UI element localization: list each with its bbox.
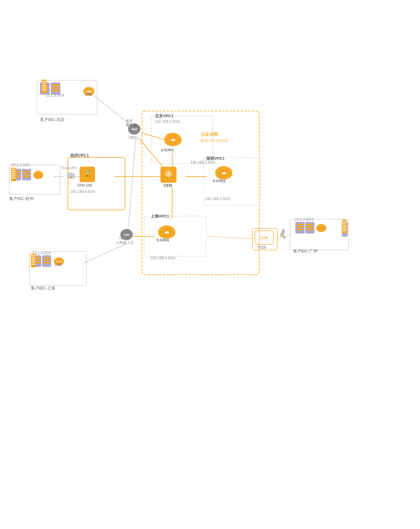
idc-beijing-cidr: 10.1.3.0/24 xyxy=(46,93,64,98)
server-guangzhou-1 xyxy=(296,222,304,233)
line-vbr1-cen xyxy=(139,138,167,171)
idc-guangzhou-label: 客户IDC-广州 xyxy=(293,249,318,253)
server-beijing-2 xyxy=(51,83,60,94)
vpn-gw-label: VPN GW xyxy=(77,183,92,188)
svg-rect-5 xyxy=(52,84,59,86)
svg-rect-7 xyxy=(52,90,59,92)
line-idc-shanghai-vbr2 xyxy=(84,244,126,263)
beijing-vpc-sublabel: 专有网络 xyxy=(160,148,174,152)
shanghai-vpc-icon: ☁ xyxy=(158,225,175,239)
svg-point-48 xyxy=(284,236,285,238)
svg-rect-68 xyxy=(43,257,50,259)
svg-rect-70 xyxy=(43,262,50,264)
rack-icon-top xyxy=(42,80,47,93)
beijing-access-label2: 接入点 xyxy=(126,123,136,127)
svg-text:⊕: ⊕ xyxy=(165,169,172,178)
svg-rect-89 xyxy=(31,261,35,263)
vbr2-label: VBR2 xyxy=(119,236,129,240)
svg-text:🔒: 🔒 xyxy=(69,175,73,178)
server-guangzhou-2 xyxy=(306,222,314,233)
line-vbr1-beijing-vpc xyxy=(141,133,167,140)
svg-rect-51 xyxy=(297,226,303,228)
svg-rect-84 xyxy=(12,177,15,179)
svg-text:☁: ☁ xyxy=(164,228,169,235)
svg-text:VBR: VBR xyxy=(131,128,137,131)
shenzhen-vpc-sublabel: 专有网络 xyxy=(212,179,226,183)
hangzhou-vpc-box xyxy=(68,157,125,210)
hangzhou-vpc-cidr: 192.168.4.0/24 xyxy=(70,190,95,194)
svg-rect-69 xyxy=(43,260,50,261)
cpe-shanghai-label: CPE xyxy=(55,263,62,267)
svg-rect-74 xyxy=(42,81,46,82)
network-diagram: CPE 客户IDC-北京 10.1.3.0/24 VBR 北京 接入点 VBR1… xyxy=(0,0,420,529)
svg-rect-82 xyxy=(12,173,15,174)
shenzhen-vpc-icon: ☁ xyxy=(215,166,232,180)
beijing-vpc-cidr: 192.168.1.0/24 xyxy=(155,119,180,124)
svg-rect-76 xyxy=(42,85,46,86)
svg-rect-56 xyxy=(306,229,313,230)
svg-rect-54 xyxy=(306,224,313,225)
svg-rect-80 xyxy=(12,169,15,170)
svg-rect-95 xyxy=(343,227,346,229)
cen-network-label: 云企业网 xyxy=(201,132,218,137)
idc-shanghai-label: 客户IDC-上海 xyxy=(31,286,55,290)
svg-text:☁: ☁ xyxy=(170,136,176,142)
ipsec-label: IPsec-VPN xyxy=(62,166,77,170)
idc-hangzhou-label: 客户IDC-杭州 xyxy=(9,196,34,201)
cen-label: CEN xyxy=(164,183,172,188)
svg-rect-31 xyxy=(23,173,30,175)
bgp-label: BGP AS 45104 xyxy=(201,138,227,143)
svg-text:CCN: CCN xyxy=(260,236,268,240)
line-vbr1-vbr2 xyxy=(128,139,136,230)
vbr1-label: VBR1 xyxy=(128,135,138,140)
svg-rect-86 xyxy=(31,255,35,256)
svg-text:🔒: 🔒 xyxy=(83,169,92,178)
svg-text:☁: ☁ xyxy=(221,169,227,175)
ccn-label: CCN xyxy=(258,245,266,250)
rack-icon-hangzhou xyxy=(11,168,16,181)
cpe-hangzhou xyxy=(33,171,43,179)
cpe-guangzhou xyxy=(316,224,326,232)
svg-rect-90 xyxy=(31,264,35,265)
svg-rect-30 xyxy=(23,171,30,172)
svg-rect-78 xyxy=(42,90,46,91)
svg-rect-96 xyxy=(343,230,346,231)
idc-hangzhou-cidr: 10.1.1.0/24 xyxy=(11,163,30,167)
cpe-beijing-label: CPE xyxy=(85,93,92,96)
ccn-icon: CCN xyxy=(255,231,273,244)
svg-rect-88 xyxy=(31,259,35,260)
svg-rect-92 xyxy=(343,221,346,222)
rack-icon-guangzhou xyxy=(342,220,347,233)
svg-rect-94 xyxy=(343,225,346,227)
svg-rect-50 xyxy=(297,224,303,225)
ipsec-cloud-icon: 🔒 xyxy=(67,173,75,179)
shanghai-access-label: 上海接入点 xyxy=(115,240,134,245)
shenzhen-vpc-cidr: 192.168.2.0/24 xyxy=(205,197,230,201)
svg-point-57 xyxy=(316,224,326,232)
vpn-gw-icon: 🔒 xyxy=(80,167,95,182)
svg-rect-75 xyxy=(42,83,46,84)
server-shanghai-2 xyxy=(42,256,51,267)
beijing-access-label: 北京 xyxy=(126,119,133,123)
svg-rect-6 xyxy=(52,87,59,89)
hangzhou-vpc-label: 杭州VPC1 xyxy=(70,153,89,158)
line-shanghai-vpc-ccn xyxy=(207,236,253,239)
beijing-vpc-icon: ☁ xyxy=(164,133,181,146)
cen-icon: ⊕ xyxy=(160,167,177,183)
svg-rect-81 xyxy=(12,171,15,172)
idc-beijing-label: 客户IDC-北京 xyxy=(40,117,64,122)
svg-point-33 xyxy=(33,171,43,179)
shanghai-vpc-region-label: 上海VPC1 xyxy=(151,214,169,219)
svg-rect-32 xyxy=(23,176,30,177)
svg-rect-87 xyxy=(31,257,35,258)
shanghai-vpc-cidr: 192.168.3.0/24 xyxy=(151,256,175,260)
idc-guangzhou-cidr: 10.1.2.0/24 xyxy=(295,217,313,222)
svg-rect-52 xyxy=(297,229,303,230)
server-hangzhou-2 xyxy=(22,169,31,180)
svg-rect-77 xyxy=(42,87,46,89)
svg-rect-55 xyxy=(306,226,313,228)
svg-rect-93 xyxy=(343,223,346,224)
rack-icon-shanghai xyxy=(31,254,36,267)
shanghai-vpc-sublabel: 专有网络 xyxy=(156,238,169,242)
beijing-vpc-region-label: 北京VPC1 xyxy=(155,114,173,118)
